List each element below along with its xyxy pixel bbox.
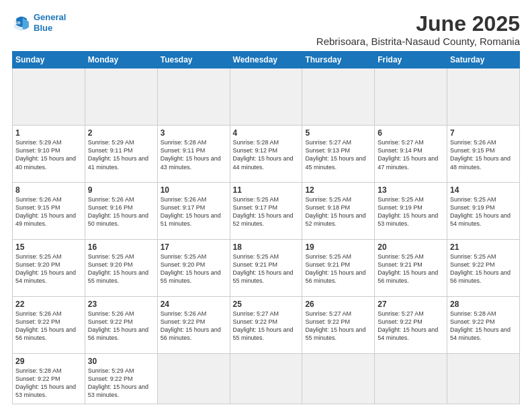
- sunrise-label: Sunrise: 5:27 AM: [305, 310, 351, 317]
- sunset-label: Sunset: 9:20 PM: [161, 261, 206, 268]
- day-number: 25: [233, 300, 300, 309]
- day-info: Sunrise: 5:28 AM Sunset: 9:12 PM Dayligh…: [233, 138, 300, 171]
- day-number: 13: [378, 185, 444, 195]
- daylight-label: Daylight: 15 hours and 55 minutes.: [161, 269, 221, 284]
- day-number: 19: [305, 242, 371, 252]
- sunset-label: Sunset: 9:20 PM: [15, 261, 60, 268]
- day-info: Sunrise: 5:27 AM Sunset: 9:22 PM Dayligh…: [305, 310, 371, 342]
- sunset-label: Sunset: 9:20 PM: [88, 261, 133, 268]
- sunset-label: Sunset: 9:12 PM: [233, 147, 278, 154]
- sunset-label: Sunset: 9:17 PM: [161, 204, 206, 211]
- table-row: 5 Sunrise: 5:27 AM Sunset: 9:13 PM Dayli…: [302, 126, 375, 183]
- sunrise-label: Sunrise: 5:25 AM: [305, 196, 351, 203]
- day-number: 8: [15, 185, 82, 195]
- daylight-label: Daylight: 15 hours and 49 minutes.: [15, 212, 76, 227]
- table-row: 20 Sunrise: 5:25 AM Sunset: 9:21 PM Dayl…: [375, 239, 447, 296]
- day-number: 16: [88, 242, 154, 252]
- sunset-label: Sunset: 9:15 PM: [15, 204, 60, 211]
- header-saturday: Saturday: [447, 52, 520, 68]
- daylight-label: Daylight: 15 hours and 44 minutes.: [233, 155, 294, 170]
- sunrise-label: Sunrise: 5:29 AM: [15, 139, 62, 146]
- table-row: 12 Sunrise: 5:25 AM Sunset: 9:18 PM Dayl…: [302, 183, 375, 240]
- sunset-label: Sunset: 9:21 PM: [378, 261, 423, 268]
- table-row: [302, 353, 375, 404]
- table-row: 9 Sunrise: 5:26 AM Sunset: 9:16 PM Dayli…: [85, 183, 157, 240]
- day-number: 23: [88, 300, 154, 309]
- daylight-label: Daylight: 15 hours and 54 minutes.: [15, 269, 76, 284]
- daylight-label: Daylight: 15 hours and 52 minutes.: [305, 212, 365, 227]
- day-info: Sunrise: 5:27 AM Sunset: 9:22 PM Dayligh…: [233, 310, 300, 342]
- page: GB General Blue June 2025 Rebrisoara, Bi…: [0, 0, 532, 411]
- title-block: June 2025 Rebrisoara, Bistrita-Nasaud Co…: [316, 12, 520, 47]
- sunset-label: Sunset: 9:22 PM: [88, 375, 133, 382]
- day-number: 30: [88, 357, 154, 366]
- sunrise-label: Sunrise: 5:27 AM: [378, 139, 424, 146]
- header-tuesday: Tuesday: [157, 52, 230, 68]
- day-info: Sunrise: 5:27 AM Sunset: 9:22 PM Dayligh…: [378, 310, 444, 342]
- day-info: Sunrise: 5:28 AM Sunset: 9:11 PM Dayligh…: [161, 138, 227, 171]
- daylight-label: Daylight: 15 hours and 55 minutes.: [88, 269, 148, 284]
- daylight-label: Daylight: 15 hours and 56 minutes.: [305, 269, 365, 284]
- table-row: 6 Sunrise: 5:27 AM Sunset: 9:14 PM Dayli…: [375, 126, 447, 183]
- sunrise-label: Sunrise: 5:26 AM: [161, 196, 207, 203]
- table-row: 27 Sunrise: 5:27 AM Sunset: 9:22 PM Dayl…: [375, 296, 447, 353]
- daylight-label: Daylight: 15 hours and 47 minutes.: [378, 155, 438, 170]
- sunset-label: Sunset: 9:22 PM: [15, 318, 60, 325]
- sunrise-label: Sunrise: 5:25 AM: [15, 253, 62, 260]
- table-row: 22 Sunrise: 5:26 AM Sunset: 9:22 PM Dayl…: [13, 296, 85, 353]
- day-number: 4: [233, 128, 300, 138]
- daylight-label: Daylight: 15 hours and 41 minutes.: [88, 155, 148, 170]
- table-row: [157, 353, 230, 404]
- day-number: 21: [450, 242, 517, 252]
- sunset-label: Sunset: 9:17 PM: [233, 204, 278, 211]
- sunrise-label: Sunrise: 5:25 AM: [233, 196, 279, 203]
- sunrise-label: Sunrise: 5:25 AM: [450, 253, 496, 260]
- day-number: 29: [15, 357, 82, 366]
- day-number: 7: [450, 128, 517, 138]
- day-info: Sunrise: 5:25 AM Sunset: 9:19 PM Dayligh…: [378, 195, 444, 228]
- sunrise-label: Sunrise: 5:26 AM: [88, 310, 134, 317]
- calendar-title: June 2025: [316, 12, 520, 36]
- day-info: Sunrise: 5:29 AM Sunset: 9:10 PM Dayligh…: [15, 138, 82, 171]
- calendar-week-row: 8 Sunrise: 5:26 AM Sunset: 9:15 PM Dayli…: [13, 183, 520, 240]
- sunrise-label: Sunrise: 5:26 AM: [15, 310, 62, 317]
- sunrise-label: Sunrise: 5:25 AM: [233, 253, 279, 260]
- day-info: Sunrise: 5:26 AM Sunset: 9:15 PM Dayligh…: [15, 195, 82, 228]
- table-row: 29 Sunrise: 5:28 AM Sunset: 9:22 PM Dayl…: [13, 353, 85, 404]
- daylight-label: Daylight: 15 hours and 52 minutes.: [233, 212, 294, 227]
- svg-text:GB: GB: [14, 19, 21, 24]
- day-number: 12: [305, 185, 371, 195]
- sunrise-label: Sunrise: 5:26 AM: [15, 196, 62, 203]
- header: GB General Blue June 2025 Rebrisoara, Bi…: [12, 12, 520, 47]
- table-row: 11 Sunrise: 5:25 AM Sunset: 9:17 PM Dayl…: [230, 183, 302, 240]
- sunset-label: Sunset: 9:22 PM: [161, 318, 206, 325]
- day-info: Sunrise: 5:26 AM Sunset: 9:22 PM Dayligh…: [88, 310, 154, 342]
- sunrise-label: Sunrise: 5:27 AM: [233, 310, 279, 317]
- sunrise-label: Sunrise: 5:28 AM: [161, 139, 207, 146]
- sunrise-label: Sunrise: 5:28 AM: [15, 367, 62, 374]
- daylight-label: Daylight: 15 hours and 55 minutes.: [233, 269, 294, 284]
- day-number: 27: [378, 300, 444, 309]
- sunset-label: Sunset: 9:19 PM: [378, 204, 423, 211]
- day-info: Sunrise: 5:26 AM Sunset: 9:22 PM Dayligh…: [161, 310, 227, 342]
- sunset-label: Sunset: 9:21 PM: [233, 261, 278, 268]
- day-info: Sunrise: 5:25 AM Sunset: 9:17 PM Dayligh…: [233, 195, 300, 228]
- table-row: 18 Sunrise: 5:25 AM Sunset: 9:21 PM Dayl…: [230, 239, 302, 296]
- table-row: [302, 68, 375, 126]
- daylight-label: Daylight: 15 hours and 54 minutes.: [378, 326, 438, 341]
- sunrise-label: Sunrise: 5:29 AM: [88, 367, 134, 374]
- table-row: 16 Sunrise: 5:25 AM Sunset: 9:20 PM Dayl…: [85, 239, 157, 296]
- daylight-label: Daylight: 15 hours and 40 minutes.: [15, 155, 76, 170]
- sunset-label: Sunset: 9:13 PM: [305, 147, 350, 154]
- table-row: 25 Sunrise: 5:27 AM Sunset: 9:22 PM Dayl…: [230, 296, 302, 353]
- sunrise-label: Sunrise: 5:25 AM: [378, 196, 424, 203]
- sunset-label: Sunset: 9:22 PM: [233, 318, 278, 325]
- calendar-header-row: Sunday Monday Tuesday Wednesday Thursday…: [13, 52, 520, 68]
- day-number: 1: [15, 128, 82, 138]
- day-number: 18: [233, 242, 300, 252]
- daylight-label: Daylight: 15 hours and 53 minutes.: [88, 383, 148, 398]
- day-info: Sunrise: 5:27 AM Sunset: 9:14 PM Dayligh…: [378, 138, 444, 171]
- daylight-label: Daylight: 15 hours and 56 minutes.: [15, 326, 76, 341]
- sunrise-label: Sunrise: 5:29 AM: [88, 139, 134, 146]
- day-info: Sunrise: 5:26 AM Sunset: 9:16 PM Dayligh…: [88, 195, 154, 228]
